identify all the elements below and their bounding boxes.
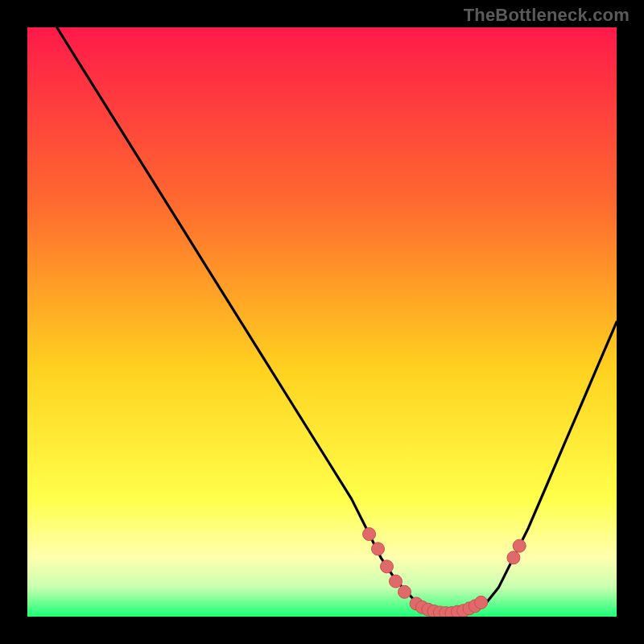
data-point xyxy=(475,596,488,609)
attribution-label: TheBottleneck.com xyxy=(464,5,630,26)
data-point xyxy=(390,575,402,588)
data-point xyxy=(363,528,376,541)
data-point xyxy=(513,539,526,552)
data-points xyxy=(27,27,617,617)
plot-area xyxy=(27,27,617,617)
data-point xyxy=(372,543,385,555)
data-point xyxy=(398,585,411,598)
data-point xyxy=(507,551,520,564)
chart-frame: TheBottleneck.com xyxy=(0,0,644,644)
data-point xyxy=(381,560,394,573)
